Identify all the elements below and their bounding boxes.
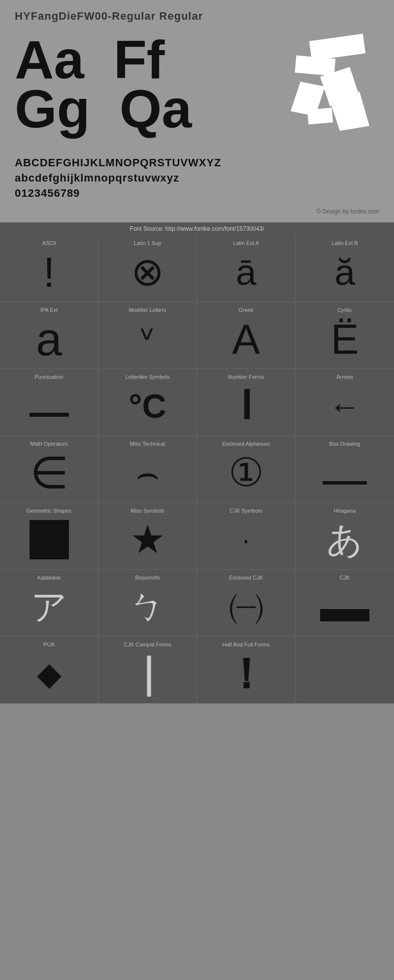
glyph-cell-arrows: Arrows ← [296,369,394,436]
cell-label-punctuation: Punctuation [34,374,63,380]
cell-label-ascii: ASCII [42,240,56,246]
symbol-bopomofo: ㄅ [130,584,165,629]
glyph-cell-cyrilic: Cyrilic Ë [296,302,394,369]
cell-label-enclosed: Enclosed Alphanum [222,441,270,447]
svg-rect-1 [295,56,336,76]
svg-rect-5 [307,108,333,124]
cell-label-latinexta: Latin Ext A [233,240,259,246]
glyph-cell-cjkcompat: CJK Compat Forms ｜ [98,637,197,704]
symbol-cjk-dot: · [242,518,250,562]
symbol-pua: ◆ [37,651,62,696]
glyph-cell-enclosedcjk: Enclosed CJK ㈠ [197,570,296,637]
glyph-cell-modifier: Modifier Letters ᵛ [98,302,197,369]
alphabet-section: ABCDEFGHIJKLMNOPQRSTUVWXYZ abcdefghijklm… [15,151,379,206]
copyright: © Design by fontke.com [15,206,379,217]
cell-label-latinextb: Latin Ext B [331,240,358,246]
cell-label-misctech: Misc Technical [130,441,165,447]
alphabet-upper: ABCDEFGHIJKLMNOPQRSTUVWXYZ [15,155,379,171]
symbol-cjk-vert: ｜ [129,651,167,696]
symbol-full-exclaim: ！ [225,651,267,696]
glyph-cell-cjksym: CJK Symbols · [197,503,296,570]
symbol-alpha: Α [232,317,260,361]
glyph-cell-ipa: IPA Ext a [0,302,98,369]
glyph-cell-numberforms: Number Forms Ⅰ [197,369,296,436]
symbol-arc: ⌢ [135,451,160,495]
symbol-element: ∈ [30,451,68,495]
symbol-katakana-a: ア [31,584,67,629]
glyph-cell-cjk: CJK [296,570,394,637]
cell-label-katakana: Katakana [37,575,60,581]
cell-label-cyrilic: Cyrilic [337,307,352,313]
cell-label-greek: Greek [239,307,254,313]
cell-label-boxdrawing: Box Drawing [329,441,360,447]
cell-label-letterlike: Letterlike Symbols [126,374,170,380]
cell-label-geom: Geometric Shapes [27,508,71,514]
symbol-roman-one: Ⅰ [240,384,252,428]
glyph-cell-mathop: Math Operators ∈ [0,436,98,503]
glyph-cell-punctuation: Punctuation [0,369,98,436]
glyph-cell-letterlike: Letterlike Symbols °C [98,369,197,436]
cell-label-miscsym: Misc Symbols [131,508,164,514]
symbol-box-dash [323,481,367,485]
symbol-exclaim: ! [43,250,55,294]
cell-label-ipa: IPA Ext [40,307,58,313]
top-section: HYFangDieFW00-Regular Regular Aa Ff Gg Q… [0,0,394,222]
symbol-a-ipa: a [36,317,62,361]
symbol-amacron: ā [236,250,257,294]
cell-label-cjk: CJK [340,575,350,581]
cell-label-arrows: Arrows [336,374,353,380]
sample-glyphs: Aa Ff Gg Qa [15,32,379,141]
glyph-cell-misctech: Misc Technical ⌢ [98,436,197,503]
glyph-cell-geom: Geometric Shapes [0,503,98,570]
cell-label-hiragana: Hiragana [334,508,356,514]
symbol-black-square [30,520,69,559]
glyph-cell-latinextb: Latin Ext B ă [296,235,394,302]
cell-label-enclosedcjk: Enclosed CJK [229,575,263,581]
symbol-degree-c: °C [129,384,166,428]
chinese-char-decoration [281,32,379,141]
glyph-cell-empty [296,637,394,704]
symbol-oslash: ⊗ [131,250,164,294]
glyph-cell-boxdrawing: Box Drawing [296,436,394,503]
cell-label-bopomofo: Bopomofo [135,575,160,581]
bottom-section: Font Source: http://www.fontke.com/font/… [0,222,394,704]
symbol-emdash [30,413,69,417]
glyph-cell-latinexta: Latin Ext A ā [197,235,296,302]
glyph-cell-miscsym: Misc Symbols ★ [98,503,197,570]
cell-label-modifier: Modifier Letters [129,307,166,313]
symbol-v-modifier: ᵛ [140,317,155,361]
cell-label-pua: PUA [43,642,55,647]
glyph-cell-greek: Greek Α [197,302,296,369]
symbol-left-arrow: ← [329,384,361,428]
glyph-cell-bopomofo: Bopomofo ㄅ [98,570,197,637]
glyph-cell-pua: PUA ◆ [0,637,98,704]
glyph-cell-hiragana: Hiragana あ [296,503,394,570]
glyph-cell-ascii: ASCII ! [0,235,98,302]
glyph-grid: ASCII ! Latin 1 Sup ⊗ Latin Ext A ā Lati… [0,235,394,704]
alphabet-lower: abcdefghijklmnopqrstuvwxyz [15,171,379,186]
digits: 0123456789 [15,186,379,201]
cell-label-halffull: Half And Full Forms [222,642,270,647]
glyph-cell-halffull: Half And Full Forms ！ [197,637,296,704]
symbol-cjk-bar [320,609,369,621]
cell-label-numberforms: Number Forms [228,374,264,380]
svg-rect-0 [309,34,365,61]
glyph-cell-latin1: Latin 1 Sup ⊗ [98,235,197,302]
cell-label-mathop: Math Operators [30,441,67,447]
symbol-hiragana-a: あ [327,518,363,562]
cell-label-cjkcompat: CJK Compat Forms [124,642,171,647]
glyph-cell-katakana: Katakana ア [0,570,98,637]
symbol-enclosed-cjk: ㈠ [229,584,264,629]
glyph-qa: Qa [120,82,192,136]
font-source: Font Source: http://www.fontke.com/font/… [0,222,394,235]
cell-label-cjksym: CJK Symbols [230,508,262,514]
glyph-gg: Gg [15,82,90,136]
cell-label-latin1: Latin 1 Sup [134,240,162,246]
font-title: HYFangDieFW00-Regular Regular [15,10,379,23]
symbol-abreve: ă [334,250,355,294]
symbol-ë: Ë [331,317,359,361]
glyph-cell-enclosed: Enclosed Alphanum ① [197,436,296,503]
symbol-star: ★ [130,518,165,562]
symbol-enclosed-one: ① [229,451,264,495]
